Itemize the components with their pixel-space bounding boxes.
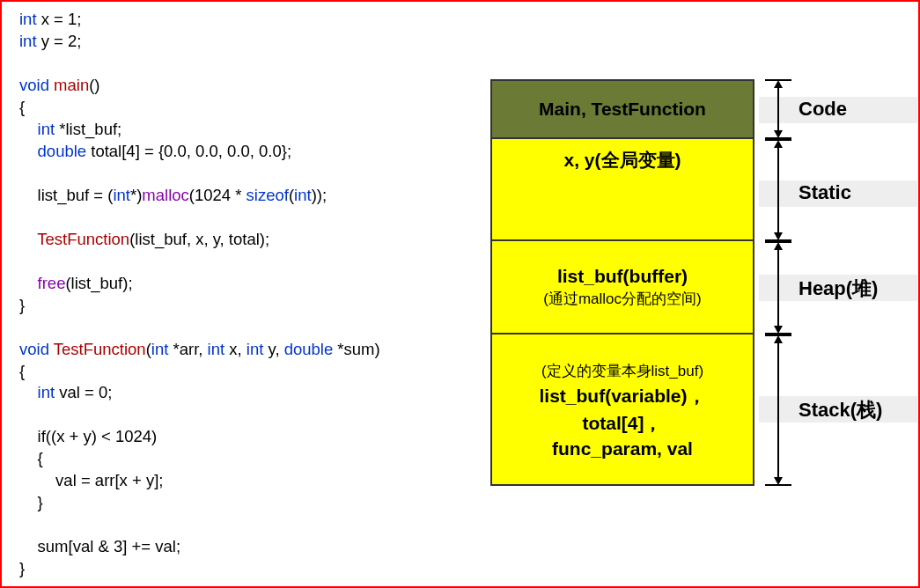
svg-marker-3 [774,80,783,88]
code-text: val = arr[x + y]; [19,471,163,489]
kw-int: int [208,340,225,358]
code-text: list_buf = ( [19,186,113,204]
segment-static-label: x, y(全局变量) [563,148,681,173]
code-text: )); [312,186,327,204]
fn-sizeof: sizeof [247,186,289,204]
code-text: val = 0; [55,383,112,401]
kw-double: double [284,340,334,358]
kw-int: int [151,340,169,358]
code-text: x, [224,340,247,358]
double-arrow-icon [763,139,794,241]
kw-int: int [19,10,37,28]
svg-marker-4 [774,130,783,138]
code-listing: int x = 1; int y = 2; void main() { int … [19,9,380,580]
memory-diagram: Main, TestFunction x, y(全局变量) list_buf(b… [490,79,754,486]
kw-int: int [247,340,264,358]
label-heap: Heap(堆) [799,276,878,302]
code-text: y = 2; [37,32,82,50]
fn-testfunction: TestFunction [37,230,129,248]
code-text: (list_buf, x, y, total); [129,230,269,248]
kw-int: int [19,383,55,401]
code-text: sum[val & 3] += val; [19,537,180,555]
kw-int: int [19,120,55,138]
segment-code: Main, TestFunction [490,79,754,139]
code-text: *) [130,186,142,204]
kw-double: double [19,142,86,160]
segment-code-label: Main, TestFunction [539,99,706,120]
code-text: (1024 * [189,186,247,204]
code-text: y, [263,340,283,358]
segment-heap-title: list_buf(buffer) [557,266,688,287]
code-text: { [19,362,25,380]
svg-marker-13 [774,242,783,250]
kw-int: int [19,32,37,50]
code-text: () [89,76,99,94]
fn-testfunction: TestFunction [54,340,146,358]
kw-void: void [19,340,49,358]
svg-marker-8 [774,140,783,148]
code-text: *list_buf; [55,120,121,138]
segment-heap-subtitle: (通过malloc分配的空间) [543,289,701,309]
code-text [19,230,37,248]
code-text: if((x + y) < 1024) [19,427,157,445]
code-text [19,274,38,292]
svg-marker-18 [774,335,783,343]
svg-marker-19 [774,477,783,485]
code-text: *arr, [168,340,207,358]
code-text: } [19,296,25,314]
kw-int: int [113,186,130,204]
code-text: { [19,98,25,116]
segment-stack: (定义的变量本身list_buf) list_buf(variable)， to… [490,334,754,486]
segment-stack-line3: func_param, val [552,438,693,459]
label-static: Static [799,181,851,204]
double-arrow-icon [763,334,794,486]
code-text: (list_buf); [65,274,132,292]
code-text: total[4] = {0.0, 0.0, 0.0, 0.0}; [86,142,291,160]
segment-static: x, y(全局变量) [490,139,754,241]
kw-void: void [19,76,49,94]
code-text: x = 1; [37,10,82,28]
double-arrow-icon [763,241,794,334]
svg-marker-9 [774,232,783,240]
fn-malloc: malloc [142,186,188,204]
segment-stack-line2: total[4]， [583,411,663,436]
segment-stack-subtitle: (定义的变量本身list_buf) [541,361,703,381]
diagram-frame: int x = 1; int y = 2; void main() { int … [0,0,920,588]
code-text: { [19,449,43,467]
label-code: Code [799,98,847,121]
label-stack: Stack(栈) [799,397,882,423]
fn-free: free [38,274,66,292]
double-arrow-icon [763,79,794,139]
kw-int: int [294,186,312,204]
svg-marker-14 [774,326,783,334]
segment-heap: list_buf(buffer) (通过malloc分配的空间) [490,241,754,334]
code-text: } [19,493,43,511]
code-text: *sum) [333,340,379,358]
segment-stack-line1: list_buf(variable)， [539,384,705,408]
code-text: } [19,559,25,577]
fn-main: main [54,76,89,94]
